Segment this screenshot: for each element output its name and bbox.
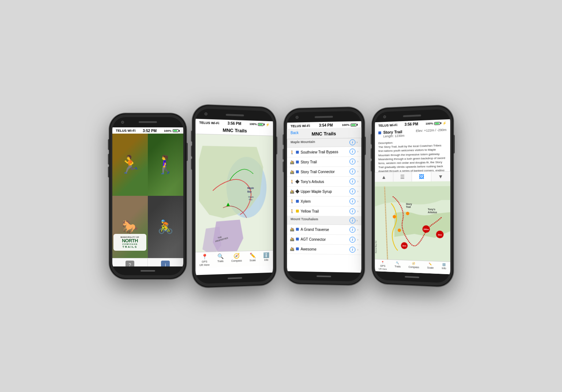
using-this-app-button[interactable]: ? Using This App xyxy=(112,258,148,266)
diamond-tonys xyxy=(295,179,299,183)
chevron-yellow: › xyxy=(357,209,358,213)
trail-item-awesome[interactable]: 🚵 Awesome i › xyxy=(287,244,361,255)
svg-text:Bay: Bay xyxy=(249,198,252,201)
svg-text:Trail: Trail xyxy=(406,206,411,208)
info-story-conn[interactable]: i xyxy=(349,168,355,174)
trail-name-story: Story Trail xyxy=(300,159,348,164)
tab-down[interactable]: ▼ xyxy=(431,172,450,182)
info-xylem[interactable]: i xyxy=(349,198,355,204)
back-button[interactable]: Back xyxy=(291,131,299,135)
info-label-2: Info xyxy=(264,258,268,261)
camera-dot-3 xyxy=(295,116,298,119)
gps-label-2: GPS xyxy=(202,260,207,263)
carrier-4: TELUS Wi-Fi xyxy=(378,123,397,127)
trail-name-awesome: Awesome xyxy=(300,247,348,251)
photo-hiker xyxy=(148,134,183,196)
trail-name-grand: A Grand Traverse xyxy=(300,227,348,231)
logo-north: NORTH xyxy=(116,238,143,243)
info-book-icon: i xyxy=(161,261,170,266)
tab-up[interactable]: ▲ xyxy=(375,172,393,182)
scene: TELUS Wi-Fi 3:52 PM 100% xyxy=(98,92,464,301)
map-svg: Maple Bay THE PROPERTIES Maple Bay xyxy=(195,134,273,268)
trail-title-block: Story Trail Length: 1230m xyxy=(383,129,413,138)
trail-item-yellow[interactable]: 🚶 Yellow Trail i › xyxy=(287,206,361,216)
chevron-tonys: › xyxy=(357,179,358,183)
svg-text:Maple: Maple xyxy=(247,187,254,190)
trails-button-4[interactable]: 🔍 Trails xyxy=(394,261,400,270)
info-story[interactable]: i xyxy=(349,158,355,164)
chevron-southview: › xyxy=(357,149,358,153)
trails-label-4: Trails xyxy=(394,265,400,268)
trails-icon-2: 🔍 xyxy=(217,253,224,259)
photo-biker xyxy=(148,196,183,258)
compass-button-2[interactable]: 🧭 Compass xyxy=(231,253,242,265)
info-button-2[interactable]: ℹ️ Info xyxy=(263,252,269,264)
speaker xyxy=(139,121,157,123)
compass-label-2: Compass xyxy=(231,259,242,262)
section-info-circle-mt[interactable]: i xyxy=(349,217,355,223)
trail-name-maple-syrup: Upper Maple Syrup xyxy=(300,189,348,193)
svg-text:Maple: Maple xyxy=(248,195,254,198)
trail-item-tonys[interactable]: 🚶 Tony's Arbutus i › xyxy=(287,176,361,187)
ur-here-label-4: UR Here xyxy=(379,268,387,270)
trail-elevation: Elev: +122m / -290m xyxy=(416,128,446,133)
photo-horse: MUNICIPALITY OF NORTH Cowichan TRAILS xyxy=(112,196,148,258)
bike-icon-agt: 🚵 xyxy=(290,237,294,241)
diamond-maple-syrup xyxy=(295,189,299,193)
charging-icon-2: ⚡ xyxy=(266,123,270,126)
info-agt[interactable]: i xyxy=(349,236,355,242)
info-southview[interactable]: i xyxy=(349,148,355,154)
svg-text:Borne Bay Rd: Borne Bay Rd xyxy=(375,241,376,253)
trail-item-maple-syrup[interactable]: 🚵 Upper Maple Syrup i › xyxy=(287,186,361,196)
color-southview xyxy=(296,150,299,153)
section-info-circle-mm[interactable]: i xyxy=(349,139,355,145)
gps-icon-2: 📍 xyxy=(201,253,207,260)
trail-item-southview[interactable]: 🚶 Southview Trail Bypass i › xyxy=(287,146,361,157)
gps-button-2[interactable]: 📍 GPS UR Here xyxy=(199,253,210,266)
camera-dot xyxy=(121,121,124,124)
scale-button-2[interactable]: ✏️ Scale xyxy=(250,252,256,265)
detail-map[interactable]: 1km 200m 3km Story Trail Tony's Arbutus … xyxy=(375,181,450,274)
trail-name-story-connector: Story Trail Connector xyxy=(300,169,348,174)
battery-icon-2 xyxy=(258,123,264,126)
overview-info-button[interactable]: i Overview Info xyxy=(148,258,183,266)
speaker-3 xyxy=(315,115,333,117)
chevron-maple-syrup: › xyxy=(357,189,358,193)
trails-label-2: Trails xyxy=(217,260,224,262)
map-view[interactable]: Maple Bay THE PROPERTIES Maple Bay 📍 xyxy=(195,134,273,268)
info-yellow[interactable]: i xyxy=(349,208,355,214)
trail-item-xylem[interactable]: 🚶 Xylem i › xyxy=(287,196,361,206)
time-2: 3:56 PM xyxy=(227,121,241,126)
trail-name-southview: Southview Trail Bypass xyxy=(300,149,348,154)
map-nav-title: MNC Trails xyxy=(222,127,247,134)
bike-icon-story: 🚵 xyxy=(290,160,294,164)
detail-tabs: ▲ ☰ 🖼 ▼ xyxy=(375,171,450,182)
compass-button-4[interactable]: 🧭 Compass xyxy=(408,262,419,272)
trail-item-agt-connector[interactable]: 🚵 AGT Connector i › xyxy=(287,234,361,244)
info-icon-4: ℹ️ xyxy=(442,263,445,266)
trail-length: Length: 1230m xyxy=(383,134,413,138)
gps-button-4[interactable]: 📍 GPS UR Here xyxy=(379,261,387,270)
info-maple-syrup[interactable]: i xyxy=(349,188,355,194)
chevron-grand: › xyxy=(357,228,358,231)
trail-item-story-connector[interactable]: 🚵 Story Trail Connector i › xyxy=(287,167,361,177)
hike-icon-yellow: 🚶 xyxy=(290,209,294,213)
info-grand[interactable]: i xyxy=(349,227,355,232)
chevron-agt: › xyxy=(357,238,358,242)
trail-item-grand-traverse[interactable]: 🚵 A Grand Traverse i › xyxy=(287,224,361,235)
camera-dot-4 xyxy=(383,115,386,118)
scale-button-4[interactable]: ✏️ Scale xyxy=(427,262,434,272)
trail-item-story[interactable]: 🚵 Story Trail i › xyxy=(287,156,361,167)
tab-list[interactable]: ☰ xyxy=(393,172,412,182)
home-indicator-2 xyxy=(228,277,242,279)
trails-button-2[interactable]: 🔍 Trails xyxy=(217,253,224,266)
info-awesome[interactable]: i xyxy=(349,246,355,252)
trail-name-xylem: Xylem xyxy=(300,199,348,203)
info-button-4[interactable]: ℹ️ Info xyxy=(442,263,446,273)
carrier-2: TELUS Wi-Fi xyxy=(199,120,219,125)
trails-icon-4: 🔍 xyxy=(396,261,399,264)
color-story xyxy=(296,160,299,163)
tab-image[interactable]: 🖼 xyxy=(412,172,431,182)
info-icon-2: ℹ️ xyxy=(263,252,269,258)
info-tonys[interactable]: i xyxy=(349,178,355,184)
